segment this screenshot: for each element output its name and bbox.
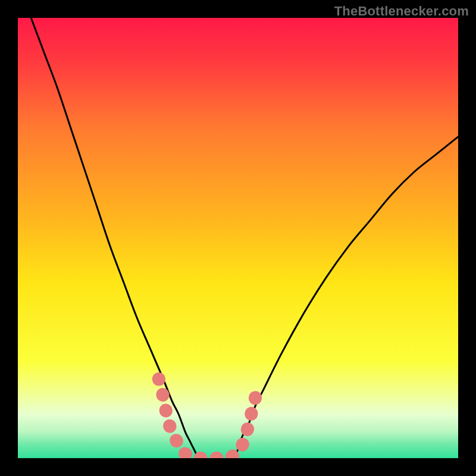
- plot-area: [18, 18, 458, 458]
- chart-svg: [18, 18, 458, 458]
- gradient-background: [18, 18, 458, 458]
- outer-frame: TheBottlenecker.com: [0, 0, 476, 476]
- watermark-text: TheBottlenecker.com: [334, 4, 469, 19]
